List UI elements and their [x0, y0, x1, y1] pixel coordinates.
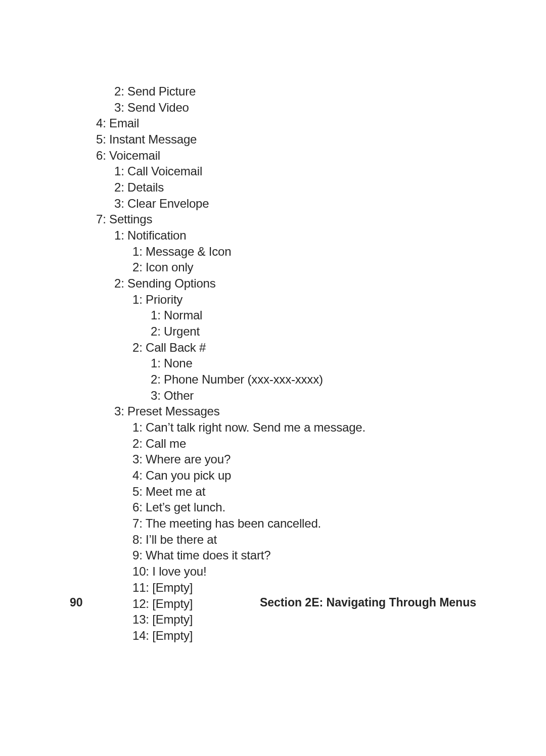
menu-entry: 2: Sending Options: [96, 275, 485, 292]
page-footer: 90 Section 2E: Navigating Through Menus: [70, 596, 476, 609]
menu-entry: 2: Send Picture: [96, 83, 485, 100]
menu-entry: 14: [Empty]: [96, 628, 485, 644]
menu-entry: 3: Send Video: [96, 100, 485, 116]
menu-entry: 7: Settings: [96, 211, 485, 227]
menu-entry: 8: I’ll be there at: [96, 532, 485, 548]
menu-entry: 6: Voicemail: [96, 148, 485, 164]
menu-entry: 3: Clear Envelope: [96, 196, 485, 212]
menu-entry: 10: I love you!: [96, 563, 485, 580]
menu-entry: 9: What time does it start?: [96, 547, 485, 563]
menu-entry: 13: [Empty]: [96, 611, 485, 628]
menu-entry: 2: Call me: [96, 436, 485, 452]
menu-entry: 1: Normal: [96, 307, 485, 323]
menu-entry: 1: Can’t talk right now. Send me a messa…: [96, 419, 485, 436]
menu-entry: 1: Notification: [96, 227, 485, 244]
menu-entry: 2: Urgent: [96, 323, 485, 340]
menu-entry: 2: Call Back #: [96, 340, 485, 356]
menu-entry: 7: The meeting has been cancelled.: [96, 515, 485, 532]
menu-entry: 4: Can you pick up: [96, 467, 485, 484]
menu-entry: 1: None: [96, 355, 485, 371]
section-title: Section 2E: Navigating Through Menus: [260, 596, 476, 609]
menu-entry: 1: Call Voicemail: [96, 163, 485, 179]
menu-entry: 3: Preset Messages: [96, 403, 485, 419]
menu-entry: 2: Phone Number (xxx-xxx-xxxx): [96, 371, 485, 388]
menu-tree: 2: Send Picture3: Send Video4: Email5: I…: [96, 83, 485, 644]
menu-entry: 2: Icon only: [96, 259, 485, 275]
menu-entry: 5: Meet me at: [96, 484, 485, 500]
menu-entry: 11: [Empty]: [96, 580, 485, 596]
menu-entry: 2: Details: [96, 179, 485, 196]
menu-entry: 4: Email: [96, 115, 485, 131]
page-number: 90: [70, 596, 83, 609]
menu-entry: 1: Message & Icon: [96, 244, 485, 260]
menu-entry: 6: Let’s get lunch.: [96, 499, 485, 515]
menu-entry: 5: Instant Message: [96, 131, 485, 148]
menu-entry: 1: Priority: [96, 292, 485, 308]
menu-entry: 3: Where are you?: [96, 451, 485, 467]
menu-entry: 3: Other: [96, 388, 485, 404]
